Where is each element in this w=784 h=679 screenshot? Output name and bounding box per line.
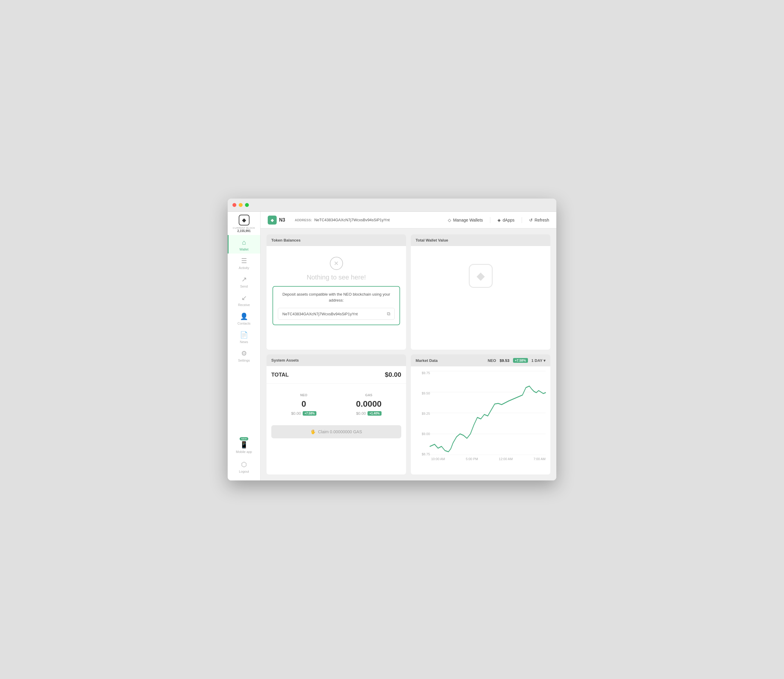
y-label-925: $9.25 bbox=[416, 412, 430, 415]
sidebar-item-mobile[interactable]: NEW 📱 Mobile app bbox=[228, 433, 260, 456]
header-actions: ◇ Manage Wallets ◈ dApps ↺ Refresh bbox=[448, 217, 549, 223]
nothing-text: Nothing to see here! bbox=[307, 274, 366, 281]
header-address-label: ADDRESS: bbox=[295, 218, 312, 222]
dapps-label: dApps bbox=[503, 217, 514, 222]
send-icon: ↗ bbox=[241, 275, 247, 283]
content-area: Token Balances ✕ Nothing to see here! De… bbox=[260, 228, 556, 480]
y-label-975: $9.75 bbox=[416, 371, 430, 375]
sidebar-item-wallet[interactable]: ⌂ Wallet bbox=[228, 235, 260, 253]
nothing-here-section: ✕ Nothing to see here! Deposit assets co… bbox=[273, 252, 400, 332]
y-label-875: $8.75 bbox=[416, 452, 430, 456]
system-assets-panel: System Assets TOTAL $0.00 NEO 0 $0.00 +7… bbox=[267, 354, 406, 474]
wallet-icon: ⌂ bbox=[242, 239, 246, 246]
header-divider-2 bbox=[522, 217, 522, 223]
mobile-icon: 📱 bbox=[240, 441, 248, 449]
market-period-selector[interactable]: 1 DAY ▾ bbox=[532, 358, 546, 363]
header-address-value: NeTC43834GAXcN7j7WcxsBv94sSiP1yYnt bbox=[314, 217, 390, 222]
sidebar-settings-label: Settings bbox=[238, 358, 250, 362]
x-axis: 10:00 AM 5:00 PM 12:00 AM 7:00 AM bbox=[431, 456, 546, 461]
sidebar-nav: ⌂ Wallet ☰ Activity ↗ Send ↙ Receive 👤 bbox=[228, 235, 260, 433]
sidebar-send-label: Send bbox=[240, 285, 248, 288]
sidebar-item-contacts[interactable]: 👤 Contacts bbox=[228, 309, 260, 327]
claim-gas-button[interactable]: 🖐 Claim 0.00000000 GAS bbox=[271, 425, 401, 438]
neo-amount: 0 bbox=[301, 399, 306, 409]
sidebar-wallet-label: Wallet bbox=[239, 247, 248, 251]
total-wallet-panel: Total Wallet Value ◆ bbox=[411, 235, 550, 350]
settings-icon: ⚙ bbox=[241, 350, 247, 357]
active-bar bbox=[228, 235, 229, 253]
gas-label: GAS bbox=[365, 393, 372, 397]
sidebar-news-label: News bbox=[240, 340, 248, 344]
sidebar-bottom: NEW 📱 Mobile app ⬡ Logout bbox=[228, 433, 260, 480]
titlebar bbox=[228, 199, 556, 212]
gas-amount: 0.0000 bbox=[356, 399, 381, 409]
sidebar: ◆ CURRENT BLOCK 2,155,991 ⌂ Wallet ☰ Act… bbox=[228, 212, 260, 480]
neo-usd: $0.00 bbox=[291, 411, 301, 416]
copy-icon[interactable]: ⧉ bbox=[387, 311, 390, 316]
sidebar-item-logout[interactable]: ⬡ Logout bbox=[228, 457, 260, 476]
minimize-button[interactable] bbox=[239, 203, 243, 207]
app-body: ◆ CURRENT BLOCK 2,155,991 ⌂ Wallet ☰ Act… bbox=[228, 212, 556, 480]
news-icon: 📄 bbox=[240, 331, 248, 339]
refresh-label: Refresh bbox=[535, 217, 549, 222]
sidebar-logo: ◆ CURRENT BLOCK 2,155,991 bbox=[233, 215, 255, 233]
app-window: ◆ CURRENT BLOCK 2,155,991 ⌂ Wallet ☰ Act… bbox=[228, 199, 556, 480]
neo-footer: $0.00 +7.58% bbox=[291, 411, 317, 416]
market-price: $9.53 bbox=[500, 358, 510, 363]
deposit-address: NeTC43834GAXcN7j7WcxsBv94sSiP1yYnt bbox=[282, 312, 358, 316]
assets-grid: NEO 0 $0.00 +7.58% GAS 0.0000 $0.00 bbox=[267, 383, 406, 425]
neo-change-badge: +7.58% bbox=[303, 411, 317, 416]
sidebar-item-receive[interactable]: ↙ Receive bbox=[228, 291, 260, 309]
period-label: 1 DAY bbox=[532, 358, 543, 363]
neo-label: NEO bbox=[300, 393, 307, 397]
system-assets-total: TOTAL $0.00 bbox=[267, 366, 406, 383]
sidebar-item-news[interactable]: 📄 News bbox=[228, 327, 260, 346]
dapps-button[interactable]: ◈ dApps bbox=[497, 217, 514, 222]
refresh-icon: ↺ bbox=[529, 217, 533, 222]
x-label-10am: 10:00 AM bbox=[431, 457, 445, 461]
manage-wallets-icon: ◇ bbox=[448, 217, 451, 222]
chart-svg-container bbox=[430, 371, 546, 456]
y-label-950: $9.50 bbox=[416, 391, 430, 395]
gas-change-badge: +1.40% bbox=[367, 411, 381, 416]
sidebar-item-activity[interactable]: ☰ Activity bbox=[228, 253, 260, 272]
refresh-button[interactable]: ↺ Refresh bbox=[529, 217, 549, 222]
chevron-down-icon: ▾ bbox=[544, 358, 546, 363]
manage-wallets-button[interactable]: ◇ Manage Wallets bbox=[448, 217, 483, 222]
sidebar-receive-label: Receive bbox=[238, 303, 250, 307]
market-data-header: Market Data NEO $9.53 +7.58% 1 DAY ▾ bbox=[411, 354, 550, 366]
main-content: ◆ N3 ADDRESS: NeTC43834GAXcN7j7WcxsBv94s… bbox=[260, 212, 556, 480]
app-header: ◆ N3 ADDRESS: NeTC43834GAXcN7j7WcxsBv94s… bbox=[260, 212, 556, 228]
mobile-badge: NEW bbox=[240, 437, 248, 440]
dapps-icon: ◈ bbox=[497, 217, 501, 222]
manage-wallets-label: Manage Wallets bbox=[453, 217, 483, 222]
token-balances-panel: Token Balances ✕ Nothing to see here! De… bbox=[267, 235, 406, 350]
maximize-button[interactable] bbox=[245, 203, 249, 207]
sidebar-item-send[interactable]: ↗ Send bbox=[228, 272, 260, 291]
header-wallet-name: N3 bbox=[279, 217, 285, 223]
current-block-value: 2,155,991 bbox=[237, 229, 251, 233]
market-coin: NEO bbox=[488, 358, 496, 363]
current-block-label: CURRENT BLOCK bbox=[233, 227, 255, 229]
market-chart bbox=[430, 371, 546, 455]
activity-icon: ☰ bbox=[241, 257, 247, 265]
claim-gas-label: Claim 0.00000000 GAS bbox=[318, 429, 362, 434]
total-wallet-header: Total Wallet Value bbox=[411, 235, 550, 246]
wallet-value-body: ◆ bbox=[411, 246, 550, 306]
market-change-badge: +7.58% bbox=[513, 358, 528, 363]
gas-asset-col: GAS 0.0000 $0.00 +1.40% bbox=[336, 388, 401, 421]
claim-gas-icon: 🖐 bbox=[310, 429, 315, 434]
market-data-panel: Market Data NEO $9.53 +7.58% 1 DAY ▾ $9.… bbox=[411, 354, 550, 474]
x-label-7am: 7:00 AM bbox=[534, 457, 546, 461]
deposit-text: Deposit assets compatible with the NEO b… bbox=[278, 291, 395, 303]
app-logo-icon: ◆ bbox=[239, 215, 249, 225]
gas-usd: $0.00 bbox=[356, 411, 366, 416]
sidebar-logout-label: Logout bbox=[239, 470, 249, 473]
sidebar-item-settings[interactable]: ⚙ Settings bbox=[228, 346, 260, 365]
logout-icon: ⬡ bbox=[241, 461, 247, 468]
token-balances-header: Token Balances bbox=[267, 235, 406, 246]
close-button[interactable] bbox=[232, 203, 236, 207]
gas-footer: $0.00 +1.40% bbox=[356, 411, 381, 416]
header-logo-icon: ◆ bbox=[268, 216, 277, 225]
total-value: $0.00 bbox=[385, 371, 401, 379]
